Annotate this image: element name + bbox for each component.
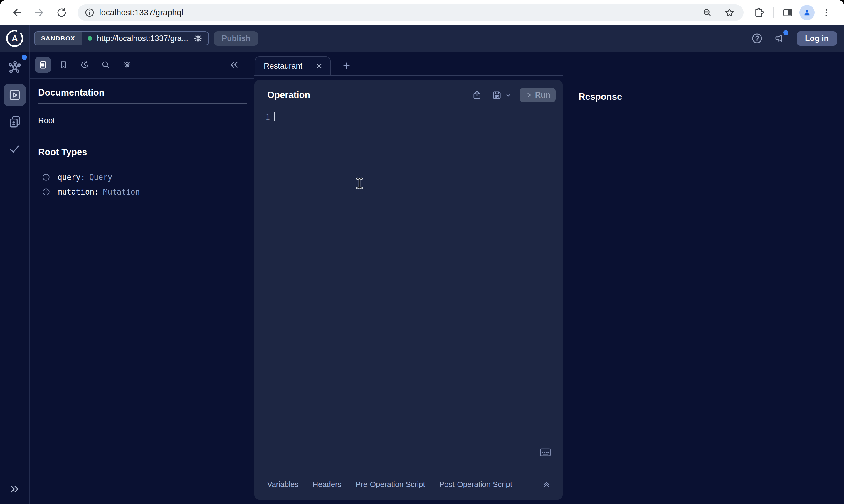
run-button-label: Run [535,91,550,100]
mutation-field-name: mutation: [57,187,99,196]
explorer-nav-active[interactable] [3,84,26,106]
announcement-badge-dot [783,30,789,35]
extensions-icon[interactable] [751,4,767,21]
expand-footer-icon[interactable] [542,480,551,489]
response-panel: Response [563,76,844,504]
documentation-panel: Documentation Root Root Types query: Que… [30,52,254,504]
text-caret [274,112,275,122]
panel-row: Operation [254,76,844,504]
zoom-out-icon[interactable] [699,4,716,21]
back-icon[interactable] [9,4,25,21]
operation-footer: Variables Headers Pre-Operation Script P… [254,468,563,500]
saved-operations-bookmark-icon[interactable] [59,60,68,70]
schema-notification-dot [22,55,27,60]
app-window: localhost:1337/graphql [0,0,844,504]
documentation-tab-active[interactable] [35,57,51,73]
expand-sidebar-icon[interactable] [8,483,21,495]
main-area: Documentation Root Root Types query: Que… [0,52,844,504]
save-options-chevron-icon[interactable] [505,92,512,98]
browser-toolbar: localhost:1337/graphql [0,0,844,25]
schema-graph-icon[interactable] [7,60,23,76]
header-bar: SANDBOX http://localhost:1337/gra... Pub… [30,25,844,52]
toolbar-separator [773,7,774,18]
line-number: 1 [265,113,270,122]
root-breadcrumb[interactable]: Root [38,116,247,125]
documentation-toolbar [30,52,254,78]
ibeam-cursor [355,178,364,189]
root-type-mutation-row: mutation: Mutation [38,184,247,199]
sandbox-badge: SANDBOX [35,32,82,45]
sandbox-endpoint-pill: SANDBOX http://localhost:1337/gra... [34,31,209,46]
query-field-name: query: [57,173,85,182]
root-type-query-row: query: Query [38,170,247,184]
documentation-title: Documentation [38,87,247,98]
operation-title: Operation [267,90,310,100]
documentation-content: Documentation Root Root Types query: Que… [30,78,254,199]
connection-status-dot [87,36,92,41]
divider [38,103,247,104]
reload-icon[interactable] [53,4,70,21]
mutation-type-link[interactable]: Mutation [103,187,140,196]
url-bar[interactable]: localhost:1337/graphql [77,4,744,21]
announcements-megaphone-icon[interactable] [774,32,786,44]
browser-menu-icon[interactable] [818,4,834,21]
browser-actions [747,4,838,21]
new-tab-icon[interactable] [342,61,351,70]
headers-tab[interactable]: Headers [312,480,341,489]
query-type-link[interactable]: Query [89,173,112,182]
add-mutation-icon[interactable] [42,187,51,196]
changelog-nav-icon[interactable] [7,114,22,129]
pre-operation-script-tab[interactable]: Pre-Operation Script [356,480,425,489]
help-icon[interactable] [751,32,763,44]
save-group [492,90,512,100]
endpoint-box[interactable]: http://localhost:1337/gra... [82,32,208,45]
run-button[interactable]: Run [520,88,556,102]
apollo-logo[interactable]: A [0,25,30,52]
login-button[interactable]: Log in [797,31,837,46]
connection-settings-gear-icon[interactable] [193,33,203,43]
site-info-icon[interactable] [85,7,94,18]
endpoint-url[interactable]: http://localhost:1337/gra... [97,34,188,43]
keyboard-shortcuts-icon[interactable] [540,448,551,457]
side-panel-icon[interactable] [779,4,796,21]
post-operation-script-tab[interactable]: Post-Operation Script [439,480,513,489]
operation-actions: Run [462,88,556,102]
add-query-icon[interactable] [42,173,51,182]
bookmark-star-icon[interactable] [721,4,738,21]
search-icon[interactable] [101,60,110,70]
explorer-settings-gear-icon[interactable] [122,60,132,70]
history-icon[interactable] [80,60,89,70]
operation-header: Operation [254,80,563,102]
operation-editor[interactable]: 1 [254,102,563,468]
share-icon[interactable] [472,90,482,100]
collapse-panel-icon[interactable] [228,59,240,70]
operation-panel: Operation [254,80,563,500]
left-nav-sidebar [0,52,30,504]
profile-avatar[interactable] [799,5,815,20]
tab-label: Restaurant [264,61,315,71]
url-text[interactable]: localhost:1337/graphql [99,8,183,17]
operation-tab-strip: Restaurant [254,56,563,76]
response-title: Response [579,92,844,102]
close-tab-icon[interactable] [315,62,323,70]
work-area: Restaurant Operation [254,52,844,504]
divider [38,163,247,163]
variables-tab[interactable]: Variables [267,480,298,489]
publish-button[interactable]: Publish [214,31,258,46]
content-area: Documentation Root Root Types query: Que… [30,52,844,504]
root-types-title: Root Types [38,147,247,158]
tab-restaurant[interactable]: Restaurant [255,56,331,75]
forward-icon[interactable] [31,4,48,21]
checks-nav-icon[interactable] [8,142,21,156]
apollo-header: A SANDBOX http://localhost:1337/gra... P… [0,25,844,52]
save-icon[interactable] [492,90,502,100]
